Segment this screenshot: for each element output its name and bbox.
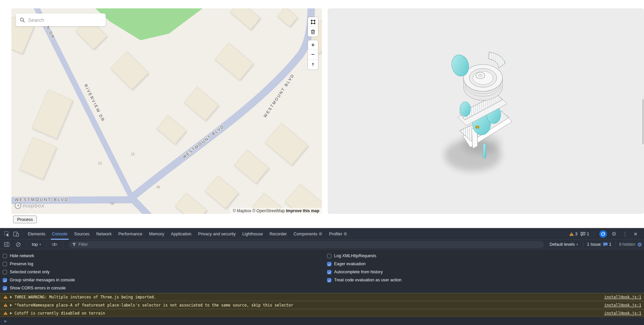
map-draw-controls: [308, 17, 318, 37]
issues-badge[interactable]: 1: [581, 232, 589, 236]
checkbox[interactable]: [327, 278, 331, 282]
checkbox[interactable]: [3, 254, 7, 258]
tab-console[interactable]: Console: [49, 228, 71, 240]
checkbox[interactable]: [327, 254, 331, 258]
zoom-in-button[interactable]: +: [308, 40, 318, 50]
console-sidebar-toggle-button[interactable]: [2, 240, 11, 249]
console-warning-row[interactable]: "featureNamespace place-A of featureset …: [0, 301, 644, 309]
expand-caret-icon[interactable]: [10, 296, 12, 298]
checkbox[interactable]: [3, 262, 7, 266]
log-levels-selector[interactable]: Default levels ▾: [548, 241, 579, 247]
expand-caret-icon[interactable]: [10, 312, 12, 315]
tab-memory[interactable]: Memory: [146, 228, 167, 240]
draw-trash-button[interactable]: [308, 27, 318, 37]
setting-autocomplete-history[interactable]: Autocomplete from history: [327, 268, 401, 276]
react-atom-icon: [319, 232, 322, 236]
warnings-badge[interactable]: 3: [569, 232, 578, 236]
clear-console-button[interactable]: [13, 240, 23, 249]
console-messages: THREE.WARNING: Multiple instances of Thr…: [0, 293, 644, 324]
warning-triangle-icon: [569, 232, 574, 236]
separator: [594, 231, 594, 237]
filter-placeholder: Filter: [78, 242, 88, 247]
tab-lighthouse[interactable]: Lighthouse: [239, 228, 266, 240]
react-atom-icon: [343, 232, 347, 236]
mapbox-logo[interactable]: mapbox: [14, 202, 44, 209]
search-icon: [20, 17, 25, 22]
3d-model-render[interactable]: [439, 46, 533, 187]
setting-log-xmlhttprequests[interactable]: Log XMLHttpRequests: [327, 252, 401, 260]
inspect-cursor-icon: [4, 231, 10, 237]
scrollbar-thumb[interactable]: [642, 99, 644, 144]
three-js-viewport[interactable]: [328, 8, 644, 214]
tab-performance[interactable]: Performance: [115, 228, 146, 240]
console-toolbar: top ▾ Filter Default levels ▾ 1 Issue:: [0, 240, 644, 249]
tab-recorder[interactable]: Recorder: [266, 228, 290, 240]
console-settings-button[interactable]: ⚙: [637, 241, 642, 248]
separator: [63, 241, 63, 247]
live-expression-button[interactable]: [50, 240, 59, 249]
setting-selected-context-only[interactable]: Selected context only: [3, 268, 75, 276]
checkbox[interactable]: [3, 286, 7, 290]
attribution-mapbox-link[interactable]: © Mapbox: [233, 208, 251, 213]
search-input[interactable]: [28, 17, 102, 23]
checkbox[interactable]: [3, 270, 7, 274]
console-message-text: "featureNamespace place-A of featureset …: [14, 303, 602, 308]
trash-icon: [311, 29, 315, 34]
checkbox[interactable]: [327, 270, 331, 274]
draw-polygon-button[interactable]: [308, 17, 318, 27]
house-number: 15: [131, 152, 135, 156]
zoom-out-button[interactable]: −: [308, 50, 318, 60]
eye-icon: [52, 242, 57, 246]
separator: [615, 241, 615, 247]
tab-sources[interactable]: Sources: [71, 228, 93, 240]
checkbox[interactable]: [327, 262, 331, 266]
issues-counter[interactable]: 1 Issue: 1: [587, 242, 611, 247]
inspect-element-button[interactable]: [2, 230, 11, 238]
expand-caret-icon[interactable]: [10, 304, 12, 307]
setting-group-similar[interactable]: Group similar messages in console: [3, 276, 75, 284]
devtools-extension-icon[interactable]: [599, 230, 607, 238]
setting-hide-network[interactable]: Hide network: [3, 252, 75, 260]
devtools-settings-button[interactable]: ⚙: [610, 231, 618, 237]
console-message-text: THREE.WARNING: Multiple instances of Thr…: [14, 295, 602, 299]
console-warning-row[interactable]: THREE.WARNING: Multiple instances of Thr…: [0, 293, 644, 301]
tab-profiler[interactable]: Profiler: [326, 228, 351, 240]
devtools-panel: Elements Console Sources Network Perform…: [0, 228, 644, 325]
context-selector[interactable]: top ▾: [31, 241, 42, 247]
console-source-link[interactable]: installHook.js:1: [604, 295, 641, 299]
console-filter-input[interactable]: Filter: [69, 241, 544, 248]
console-prompt[interactable]: >: [0, 317, 644, 324]
setting-eager-evaluation[interactable]: Eager evaluation: [327, 260, 401, 268]
toggle-device-toolbar-button[interactable]: [11, 230, 21, 238]
map-viewport[interactable]: RIVERVIEW DR E N DR WESTMOUNT BLVD WESTM…: [11, 8, 322, 214]
clear-console-icon: [16, 242, 21, 247]
attribution-improve-link[interactable]: Improve this map: [286, 208, 319, 213]
device-frame-icon: [601, 232, 605, 236]
tab-privacy-and-security[interactable]: Privacy and security: [195, 228, 239, 240]
setting-show-cors-errors[interactable]: Show CORS errors in console: [3, 284, 75, 292]
house-number: 58: [110, 201, 114, 205]
compass-button[interactable]: ▲▼: [308, 60, 318, 69]
console-source-link[interactable]: installHook.js:1: [604, 303, 641, 308]
map-canvas[interactable]: RIVERVIEW DR E N DR WESTMOUNT BLVD WESTM…: [11, 8, 322, 214]
prompt-chevron-icon: >: [4, 319, 7, 324]
tab-elements[interactable]: Elements: [24, 228, 49, 240]
device-toolbar-icon: [13, 231, 19, 237]
tab-components[interactable]: Components: [290, 228, 326, 240]
chevron-down-icon: ▾: [39, 243, 41, 246]
console-source-link[interactable]: installHook.js:1: [604, 311, 641, 316]
setting-treat-code-eval[interactable]: Treat code evaluation as user action: [327, 276, 401, 284]
devtools-menu-button[interactable]: ⋮: [621, 231, 629, 237]
tab-application[interactable]: Application: [167, 228, 195, 240]
tab-network[interactable]: Network: [93, 228, 115, 240]
setting-preserve-log[interactable]: Preserve log: [3, 260, 75, 268]
separator: [583, 241, 583, 247]
map-search-box[interactable]: [16, 13, 106, 26]
checkbox[interactable]: [3, 278, 7, 282]
warning-triangle-icon: [3, 303, 8, 307]
console-warning-row[interactable]: Cutoff is currently disabled on terrain …: [0, 309, 644, 317]
attribution-osm-link[interactable]: © OpenStreetMap: [252, 208, 285, 213]
process-button[interactable]: Process: [13, 216, 37, 223]
devtools-tabbar: Elements Console Sources Network Perform…: [0, 228, 644, 240]
devtools-close-button[interactable]: ×: [632, 231, 639, 237]
